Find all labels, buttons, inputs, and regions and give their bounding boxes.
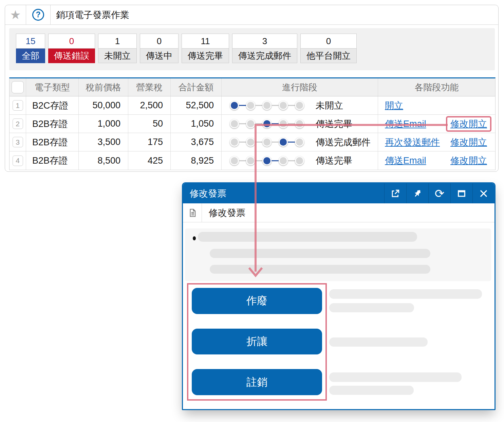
- progress-connector: [255, 160, 262, 161]
- progress-dot: [262, 137, 272, 147]
- open-in-new-window-button[interactable]: [384, 183, 406, 203]
- pre-tax-cell: 8,500: [79, 151, 128, 170]
- progress-connector: [272, 123, 279, 124]
- progress-dot: [230, 119, 239, 128]
- modify-invoice-modal: 修改發票 ⟳: [182, 182, 496, 410]
- text-placeholder: [329, 386, 414, 395]
- pin-icon: [412, 188, 423, 199]
- text-placeholder: [198, 232, 417, 242]
- filter-label: 傳送錯誤: [48, 49, 95, 63]
- progress-dot: [246, 119, 255, 128]
- progress-dot: [246, 156, 255, 165]
- modal-subtitle-bar: 修改發票: [183, 203, 494, 222]
- progress-connector: [255, 142, 262, 143]
- progress-dot: [279, 156, 288, 165]
- filter-tile-not-issued[interactable]: 1未開立: [98, 34, 137, 70]
- total-cell: 52,500: [171, 96, 222, 114]
- progress-steps: [230, 119, 304, 128]
- progress-connector: [288, 123, 295, 124]
- document-icon-cell: [183, 203, 202, 222]
- progress-dot: [262, 101, 272, 110]
- text-placeholder: [210, 265, 430, 274]
- row-number: 1: [13, 100, 23, 111]
- progress-dot: [230, 137, 239, 147]
- action-link[interactable]: 修改開立: [450, 136, 487, 148]
- maximize-button[interactable]: [450, 183, 472, 203]
- pre-tax-cell: 3,500: [79, 133, 128, 151]
- progress-connector: [288, 142, 295, 143]
- stage-cell: 傳送完成郵件: [222, 133, 378, 151]
- action-link[interactable]: 開立: [385, 99, 403, 112]
- progress-dot: [246, 101, 255, 110]
- filter-tile-other-platform[interactable]: 0他平台開立: [300, 34, 357, 70]
- close-button[interactable]: [472, 183, 494, 203]
- maximize-icon: [456, 188, 467, 199]
- actions-cell: 傳送Email修改開立: [378, 151, 495, 170]
- column-header: 合計金額: [171, 78, 222, 96]
- progress-dot: [262, 156, 272, 165]
- invoice-table: 電子類型稅前價格營業稅合計金額進行階段各階段功能 1B2C存證50,0002,5…: [9, 77, 496, 170]
- action-link[interactable]: 再次發送郵件: [385, 136, 440, 148]
- tax-cell: 2,500: [128, 96, 171, 114]
- stage-cell: 傳送完畢: [222, 151, 378, 170]
- help-button[interactable]: ?: [26, 5, 51, 24]
- text-placeholder: [210, 249, 430, 258]
- filter-tile-all[interactable]: 15全部: [16, 34, 45, 70]
- info-panel: [185, 228, 491, 281]
- progress-dot: [246, 137, 255, 147]
- filter-tile-send-mail-complete[interactable]: 3傳送完成郵件: [232, 34, 297, 70]
- widget-header: ★ ? 銷項電子發票作業: [5, 5, 498, 25]
- action-link[interactable]: 傳送Email: [385, 154, 426, 167]
- filter-label: 未開立: [98, 49, 137, 63]
- filter-count: 15: [16, 34, 45, 49]
- progress-connector: [288, 105, 295, 106]
- open-in-new-window-icon: [390, 188, 400, 199]
- table-header-row: 電子類型稅前價格營業稅合計金額進行階段各階段功能: [10, 78, 495, 96]
- pre-tax-cell: 50,000: [79, 96, 128, 114]
- total-cell: 3,675: [171, 133, 222, 151]
- filter-count: 0: [48, 34, 95, 49]
- progress-connector: [255, 105, 262, 106]
- row-number-cell: 3: [10, 133, 26, 151]
- progress-steps: [230, 101, 304, 110]
- modal-button-allowance[interactable]: 折讓: [192, 329, 322, 355]
- pin-button[interactable]: [406, 183, 428, 203]
- actions-cell: 再次發送郵件修改開立: [378, 133, 495, 151]
- progress-connector: [288, 160, 295, 161]
- text-placeholder: [329, 337, 428, 347]
- progress-dot: [279, 137, 288, 147]
- invoice-type-cell: B2B存證: [26, 115, 79, 133]
- filter-count: 0: [140, 34, 179, 49]
- action-link[interactable]: 修改開立: [450, 119, 487, 129]
- filter-tile-send-error[interactable]: 0傳送錯誤: [48, 34, 95, 70]
- progress-connector: [255, 123, 262, 124]
- filter-tile-send-complete[interactable]: 11傳送完畢: [182, 34, 229, 70]
- action-link[interactable]: 修改開立: [450, 154, 487, 167]
- progress-connector: [239, 160, 246, 161]
- progress-dot: [230, 101, 239, 110]
- select-all-checkbox[interactable]: [12, 81, 24, 93]
- modal-title: 修改發票: [183, 183, 384, 203]
- modal-button-cancel[interactable]: 註銷: [192, 369, 322, 395]
- column-header: 稅前價格: [79, 78, 128, 96]
- progress-connector: [272, 105, 279, 106]
- column-header: 營業稅: [128, 78, 171, 96]
- tax-cell: 50: [128, 115, 171, 133]
- page: ★ ? 銷項電子發票作業 15全部0傳送錯誤1未開立0傳送中11傳送完畢3傳送完…: [0, 0, 504, 422]
- refresh-button[interactable]: ⟳: [428, 183, 450, 203]
- total-cell: 8,925: [171, 151, 222, 170]
- action-link[interactable]: 傳送Email: [385, 118, 426, 130]
- total-cell: 1,050: [171, 115, 222, 133]
- favorite-button[interactable]: ★: [5, 5, 26, 24]
- modal-action-box: 作廢折讓註銷: [187, 283, 327, 401]
- modal-button-void[interactable]: 作廢: [192, 288, 322, 314]
- invoice-type-cell: B2C存證: [26, 96, 79, 114]
- modal-body: 作廢折讓註銷: [183, 222, 494, 409]
- header-checkbox-cell: [10, 78, 26, 96]
- filter-tile-sending[interactable]: 0傳送中: [140, 34, 179, 70]
- invoice-widget: ★ ? 銷項電子發票作業 15全部0傳送錯誤1未開立0傳送中11傳送完畢3傳送完…: [5, 5, 499, 172]
- stage-label: 傳送完成郵件: [316, 136, 371, 148]
- filter-label: 他平台開立: [300, 49, 357, 63]
- row-number-cell: 4: [10, 151, 26, 170]
- stage-label: 傳送完畢: [316, 154, 352, 167]
